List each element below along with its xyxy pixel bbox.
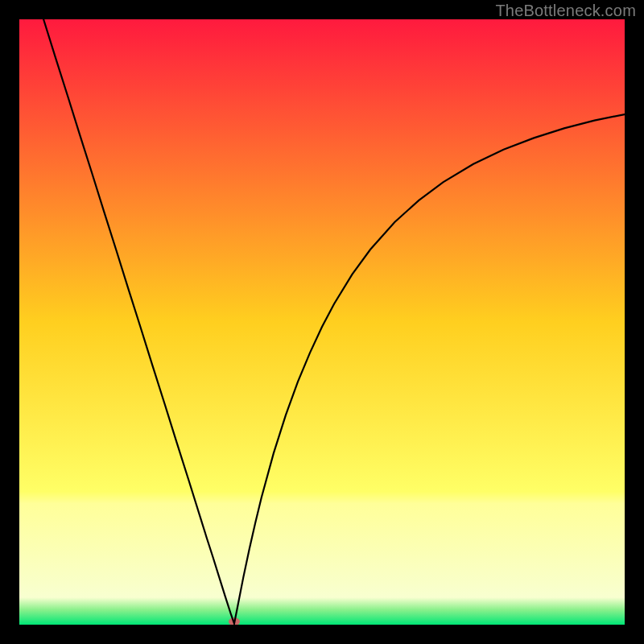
bottleneck-chart <box>19 19 625 625</box>
chart-frame <box>19 19 625 625</box>
watermark-text: TheBottleneck.com <box>495 2 636 20</box>
gradient-background <box>19 19 625 625</box>
